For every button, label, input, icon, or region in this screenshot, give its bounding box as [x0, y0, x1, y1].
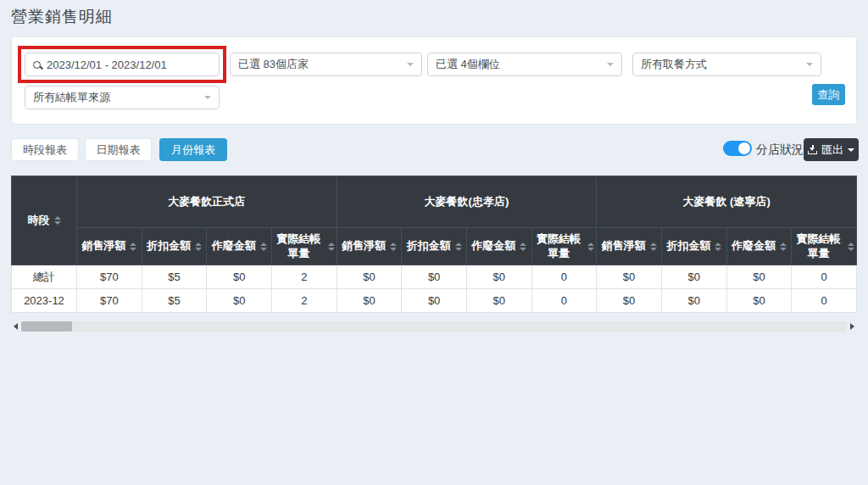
metric-column-header[interactable]: 作廢金額 — [466, 228, 531, 265]
value-cell: $5 — [142, 265, 207, 289]
sort-icon — [130, 242, 136, 251]
metric-column-header[interactable]: 作廢金額 — [726, 228, 792, 265]
value-cell: $0 — [597, 289, 662, 313]
store-group-row: 時段 大麥餐飲正式店大麥餐飲(忠孝店)大麥餐飲 (遼寧店) — [12, 176, 857, 228]
scroll-left-arrow-icon[interactable] — [14, 323, 18, 330]
value-cell: $0 — [726, 289, 792, 313]
horizontal-scrollbar — [11, 321, 857, 332]
sort-icon — [587, 242, 594, 251]
download-icon — [808, 145, 817, 154]
sort-icon — [520, 242, 526, 251]
value-cell: $70 — [77, 265, 142, 289]
value-cell: 0 — [531, 265, 597, 289]
value-cell: $0 — [661, 289, 726, 313]
column-select[interactable]: 已選 4個欄位 — [427, 53, 622, 76]
chevron-down-icon — [848, 148, 854, 152]
metric-header-label: 銷售淨額 — [342, 239, 386, 253]
chevron-down-icon — [407, 63, 414, 66]
metric-header-label: 實際結帳單量 — [793, 232, 843, 260]
receipt-source-select[interactable]: 所有結帳單來源 — [25, 86, 220, 109]
metric-header-label: 折扣金額 — [147, 239, 191, 253]
store-group-header: 大麥餐飲(忠孝店) — [337, 176, 597, 228]
period-header-label: 時段 — [28, 214, 50, 227]
column-header-period[interactable]: 時段 — [12, 176, 77, 265]
metric-header-label: 作廢金額 — [732, 239, 776, 253]
sort-icon — [848, 242, 854, 251]
date-range-value: 2023/12/01 - 2023/12/01 — [47, 59, 167, 71]
sort-icon — [328, 242, 335, 251]
tab-date-report[interactable]: 日期報表 — [85, 138, 152, 161]
table-row: 2023-12$70$5$02$0$0$00$0$0$00 — [12, 289, 857, 313]
value-cell: 0 — [531, 289, 597, 313]
page-title: 營業銷售明細 — [11, 6, 113, 28]
value-cell: $5 — [142, 289, 207, 313]
store-select-value: 已選 83個店家 — [238, 57, 309, 72]
sort-icon — [650, 242, 657, 251]
metric-column-header[interactable]: 銷售淨額 — [337, 228, 402, 265]
pickup-method-select[interactable]: 所有取餐方式 — [632, 53, 821, 76]
metric-header-label: 銷售淨額 — [81, 239, 125, 253]
column-select-value: 已選 4個欄位 — [436, 57, 500, 72]
sort-icon — [260, 242, 267, 251]
date-range-input[interactable]: 2023/12/01 - 2023/12/01 — [25, 53, 220, 76]
scrollbar-track[interactable] — [21, 321, 847, 332]
metric-column-header[interactable]: 實際結帳單量 — [531, 228, 597, 265]
branch-status-label: 分店狀況 — [756, 142, 804, 158]
metric-header-label: 折扣金額 — [666, 239, 710, 253]
value-cell: $0 — [207, 289, 272, 313]
chevron-down-icon — [607, 63, 614, 66]
value-cell: $0 — [466, 289, 531, 313]
value-cell: $0 — [207, 265, 272, 289]
export-label: 匯出 — [821, 142, 843, 158]
chevron-down-icon — [204, 96, 211, 99]
sort-icon — [390, 242, 397, 251]
store-select[interactable]: 已選 83個店家 — [230, 53, 422, 76]
metric-header-label: 折扣金額 — [407, 239, 451, 253]
branch-status-toggle[interactable] — [723, 141, 752, 156]
metric-header-label: 實際結帳單量 — [534, 232, 584, 260]
tab-period-report[interactable]: 時段報表 — [11, 138, 79, 161]
sort-icon — [455, 242, 462, 251]
export-button[interactable]: 匯出 — [804, 138, 859, 161]
sort-icon — [780, 242, 787, 251]
value-cell: 0 — [792, 265, 857, 289]
value-cell: $0 — [726, 265, 792, 289]
metric-header-label: 作廢金額 — [212, 239, 256, 253]
metric-column-header[interactable]: 折扣金額 — [661, 228, 726, 265]
query-button[interactable]: 查詢 — [812, 84, 845, 105]
value-cell: $70 — [77, 289, 142, 313]
scroll-right-arrow-icon[interactable] — [850, 323, 854, 330]
tab-month-report[interactable]: 月份報表 — [159, 138, 227, 161]
store-group-header: 大麥餐飲 (遼寧店) — [597, 176, 857, 228]
value-cell: 2 — [271, 265, 337, 289]
sales-table: 時段 大麥餐飲正式店大麥餐飲(忠孝店)大麥餐飲 (遼寧店) 銷售淨額折扣金額作廢… — [11, 176, 857, 313]
metric-header-label: 作廢金額 — [471, 239, 515, 253]
sort-icon — [715, 242, 721, 251]
metric-column-header[interactable]: 實際結帳單量 — [271, 228, 337, 265]
metric-header-label: 實際結帳單量 — [274, 232, 324, 260]
value-cell: $0 — [661, 265, 726, 289]
value-cell: 0 — [792, 289, 857, 313]
toggle-knob — [738, 142, 750, 154]
value-cell: $0 — [466, 265, 531, 289]
search-icon — [33, 61, 41, 69]
chevron-down-icon — [806, 63, 813, 66]
scrollbar-thumb[interactable] — [21, 321, 72, 332]
metric-column-header[interactable]: 銷售淨額 — [77, 228, 142, 265]
metric-column-header[interactable]: 作廢金額 — [207, 228, 272, 265]
table-row: 總計$70$5$02$0$0$00$0$0$00 — [12, 265, 857, 289]
sort-icon — [195, 242, 202, 251]
period-cell: 總計 — [12, 265, 77, 289]
metric-header-label: 銷售淨額 — [602, 239, 646, 253]
metric-header-row: 銷售淨額折扣金額作廢金額實際結帳單量銷售淨額折扣金額作廢金額實際結帳單量銷售淨額… — [12, 228, 857, 265]
metric-column-header[interactable]: 折扣金額 — [402, 228, 467, 265]
value-cell: $0 — [337, 289, 402, 313]
metric-column-header[interactable]: 折扣金額 — [142, 228, 207, 265]
pickup-method-value: 所有取餐方式 — [641, 57, 707, 72]
metric-column-header[interactable]: 實際結帳單量 — [792, 228, 857, 265]
receipt-source-value: 所有結帳單來源 — [33, 90, 110, 105]
period-cell: 2023-12 — [12, 289, 77, 313]
value-cell: $0 — [402, 265, 467, 289]
sort-icon — [54, 216, 61, 225]
metric-column-header[interactable]: 銷售淨額 — [597, 228, 662, 265]
